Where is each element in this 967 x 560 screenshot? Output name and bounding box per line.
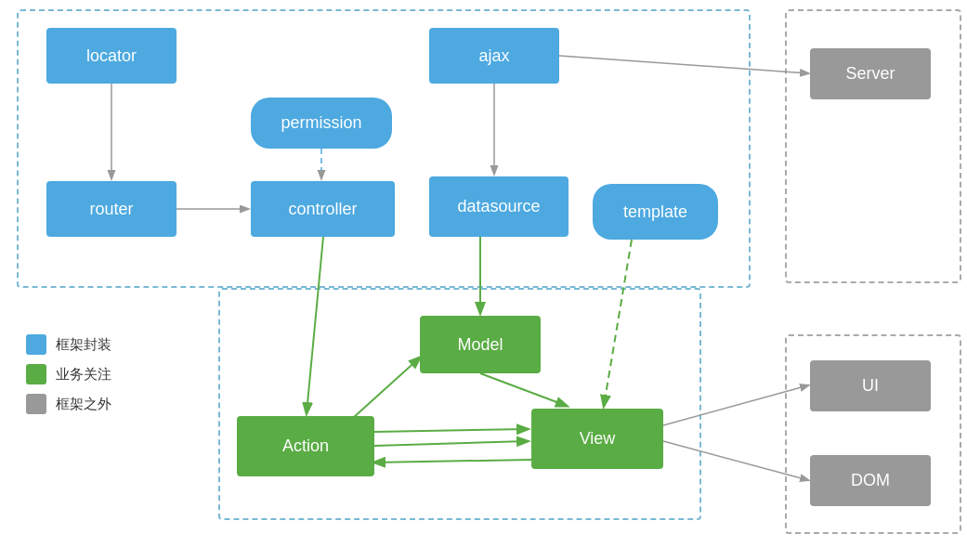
model-node: Model xyxy=(420,316,541,373)
controller-node: controller xyxy=(251,181,395,237)
permission-node: permission xyxy=(251,98,392,149)
template-node: template xyxy=(593,184,718,240)
diagram: locator router permission controller aja… xyxy=(0,0,967,560)
legend-color-green xyxy=(26,364,46,384)
locator-node: locator xyxy=(46,28,176,84)
legend-label-gray: 框架之外 xyxy=(56,396,111,413)
router-node: router xyxy=(46,181,176,237)
legend: 框架封装 业务关注 框架之外 xyxy=(26,334,111,423)
view-node: View xyxy=(531,409,663,469)
ui-node: UI xyxy=(810,360,931,411)
legend-label-blue: 框架封装 xyxy=(56,336,111,354)
legend-label-green: 业务关注 xyxy=(56,366,111,384)
legend-item-gray: 框架之外 xyxy=(26,394,111,414)
legend-item-green: 业务关注 xyxy=(26,364,111,384)
legend-color-blue xyxy=(26,334,46,355)
datasource-node: datasource xyxy=(429,176,568,237)
legend-item-blue: 框架封装 xyxy=(26,334,111,355)
server-node: Server xyxy=(810,48,931,99)
ajax-node: ajax xyxy=(429,28,559,84)
action-node: Action xyxy=(237,416,374,476)
dom-node: DOM xyxy=(810,455,931,506)
legend-color-gray xyxy=(26,394,46,414)
